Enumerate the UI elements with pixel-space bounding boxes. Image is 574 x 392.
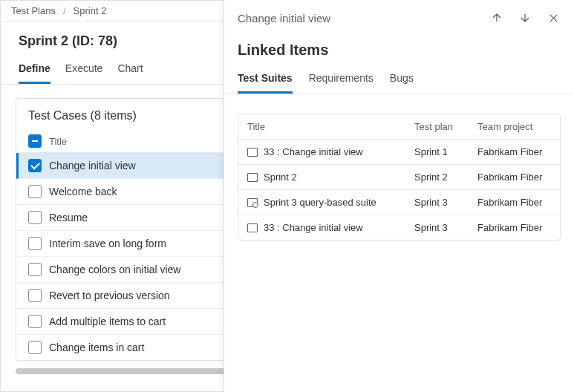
row-team: Fabrikam Fiber: [477, 146, 551, 157]
panel-tab-bugs[interactable]: Bugs: [390, 68, 414, 94]
breadcrumb-current[interactable]: Sprint 2: [74, 5, 107, 16]
table-row[interactable]: Sprint 2Sprint 2Fabrikam Fiber: [238, 165, 560, 190]
panel-title: Change initial view: [238, 12, 489, 24]
row-team: Fabrikam Fiber: [477, 172, 551, 183]
arrow-down-icon[interactable]: [518, 10, 532, 25]
breadcrumb-root[interactable]: Test Plans: [11, 5, 56, 16]
row-title: Sprint 2: [264, 172, 297, 183]
tab-define[interactable]: Define: [19, 56, 50, 84]
select-all-checkbox[interactable]: [28, 134, 42, 148]
linked-items-table: Title Test plan Team project 33 : Change…: [238, 114, 561, 241]
row-plan: Sprint 1: [414, 146, 477, 157]
row-team: Fabrikam Fiber: [477, 222, 551, 233]
tab-chart[interactable]: Chart: [117, 56, 143, 84]
arrow-up-icon[interactable]: [489, 10, 504, 25]
table-head: Title Test plan Team project: [238, 114, 560, 140]
row-checkbox[interactable]: [28, 341, 42, 354]
table-row[interactable]: Sprint 3 query-based suiteSprint 3Fabrik…: [238, 190, 560, 215]
panel-tabs: Test SuitesRequirementsBugs: [224, 68, 574, 94]
row-title: Sprint 3 query-based suite: [264, 197, 376, 208]
row-checkbox[interactable]: [28, 211, 42, 224]
row-checkbox[interactable]: [28, 263, 42, 276]
panel-tab-requirements[interactable]: Requirements: [309, 68, 374, 94]
th-plan[interactable]: Test plan: [414, 121, 477, 132]
panel-section-title: Linked Items: [224, 33, 574, 68]
th-team[interactable]: Team project: [477, 121, 551, 132]
query-suite-icon: [247, 198, 258, 207]
th-title[interactable]: Title: [247, 121, 414, 132]
breadcrumb-separator: /: [63, 5, 66, 16]
suite-icon: [247, 223, 258, 232]
tab-execute[interactable]: Execute: [65, 56, 103, 84]
suite-icon: [247, 173, 258, 182]
row-title: 33 : Change initial view: [264, 146, 363, 157]
row-checkbox[interactable]: [28, 237, 42, 250]
table-row[interactable]: 33 : Change initial viewSprint 1Fabrikam…: [238, 140, 560, 165]
table-row[interactable]: 33 : Change initial viewSprint 3Fabrikam…: [238, 215, 560, 240]
row-plan: Sprint 3: [414, 222, 477, 233]
row-checkbox[interactable]: [28, 289, 42, 302]
row-checkbox[interactable]: [28, 315, 42, 328]
row-checkbox[interactable]: [28, 185, 42, 198]
details-panel: Change initial view Linked Items Test Su…: [224, 0, 574, 392]
row-plan: Sprint 3: [414, 197, 477, 208]
row-title: 33 : Change initial view: [264, 222, 363, 233]
panel-tab-test-suites[interactable]: Test Suites: [238, 68, 293, 94]
suite-icon: [247, 148, 258, 157]
close-icon[interactable]: [546, 10, 561, 25]
row-plan: Sprint 2: [414, 172, 477, 183]
row-team: Fabrikam Fiber: [477, 197, 551, 208]
row-checkbox[interactable]: [28, 159, 42, 172]
